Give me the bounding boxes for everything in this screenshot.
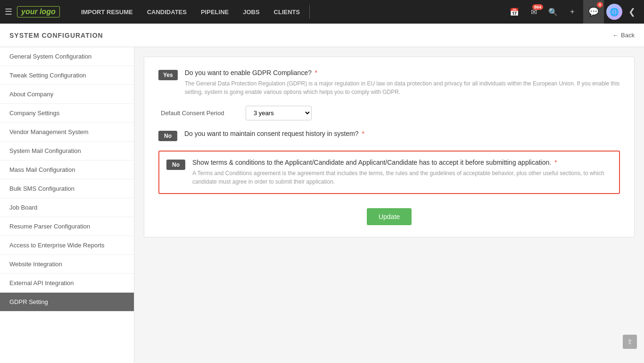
- sidebar-item-tweak-setting-configuration[interactable]: Tweak Setting Configuration: [0, 66, 134, 85]
- gdpr-q3-content: Show terms & conditions to the Applicant…: [192, 159, 612, 186]
- nav-candidates[interactable]: CANDIDATES: [140, 0, 194, 24]
- sidebar-item-mass-mail-configuration[interactable]: Mass Mail Configuration: [0, 160, 134, 179]
- gdpr-toggle-yes[interactable]: Yes: [158, 70, 178, 80]
- avatar[interactable]: 🌐: [606, 4, 622, 20]
- gdpr-q3-required: *: [554, 159, 557, 166]
- sidebar-item-general-system-configuration[interactable]: General System Configuration: [0, 47, 134, 66]
- gdpr-row-2: No Do you want to maintain consent reque…: [158, 130, 620, 141]
- back-arrow-icon: ←: [612, 32, 619, 39]
- gdpr-q1-question: Do you want to enable GDPR Compliance? *: [185, 69, 620, 76]
- logo: your logo: [17, 6, 60, 17]
- hamburger-icon[interactable]: ☰: [5, 7, 12, 17]
- consent-period-label: Default Consent Period: [161, 110, 236, 117]
- search-icon[interactable]: 🔍: [545, 3, 561, 20]
- mail-button[interactable]: ✉ 864: [525, 3, 542, 20]
- sidebar: General System Configuration Tweak Setti…: [0, 47, 134, 363]
- sidebar-item-gdpr-setting[interactable]: GDPR Setting: [0, 293, 134, 312]
- gdpr-toggle-no-history[interactable]: No: [158, 131, 177, 141]
- page-title: SYSTEM CONFIGURATION: [9, 32, 103, 39]
- sidebar-item-job-board[interactable]: Job Board: [0, 198, 134, 217]
- top-navigation: ☰ your logo IMPORT RESUME CANDIDATES PIP…: [0, 0, 644, 24]
- sidebar-item-bulk-sms-configuration[interactable]: Bulk SMS Configuration: [0, 179, 134, 198]
- sidebar-item-access-enterprise-reports[interactable]: Access to Enterprise Wide Reports: [0, 236, 134, 255]
- add-icon[interactable]: +: [564, 3, 581, 20]
- sidebar-item-company-settings[interactable]: Company Settings: [0, 104, 134, 123]
- gdpr-row-1: Yes Do you want to enable GDPR Complianc…: [158, 69, 620, 96]
- nav-import-resume[interactable]: IMPORT RESUME: [74, 0, 140, 24]
- nav-right: 📅 ✉ 864 🔍 + 💬 0 🌐 ❮: [506, 0, 639, 24]
- sidebar-item-vendor-management-system[interactable]: Vendor Management System: [0, 123, 134, 142]
- sidebar-item-system-mail-configuration[interactable]: System Mail Configuration: [0, 142, 134, 160]
- nav-jobs[interactable]: JOBS: [236, 0, 266, 24]
- sidebar-item-about-company[interactable]: About Company: [0, 85, 134, 104]
- gdpr-q1-required: *: [315, 69, 317, 76]
- back-button[interactable]: ← Back: [612, 32, 635, 39]
- nav-divider-1: [309, 5, 310, 19]
- gdpr-q1-description: The General Data Protection Regulation (…: [185, 79, 620, 96]
- content-area: Yes Do you want to enable GDPR Complianc…: [134, 47, 644, 363]
- main-layout: General System Configuration Tweak Setti…: [0, 47, 644, 363]
- chat-badge-count: 0: [597, 2, 603, 8]
- consent-period-select[interactable]: 1 year 2 years 3 years 4 years 5 years: [246, 106, 312, 120]
- gdpr-toggle-no-terms[interactable]: No: [166, 160, 185, 170]
- nav-links: IMPORT RESUME CANDIDATES PIPELINE JOBS C…: [74, 0, 307, 24]
- back-to-top-button[interactable]: ⇧: [623, 335, 637, 349]
- back-label: Back: [621, 32, 635, 39]
- update-btn-container: Update: [158, 203, 620, 225]
- page-header: SYSTEM CONFIGURATION ← Back: [0, 24, 644, 47]
- sidebar-item-resume-parser-configuration[interactable]: Resume Parser Configuration: [0, 217, 134, 236]
- gdpr-q2-required: *: [362, 130, 364, 137]
- gdpr-q2-question: Do you want to maintain consent request …: [184, 130, 364, 137]
- nav-clients[interactable]: CLIENTS: [267, 0, 307, 24]
- nav-pipeline[interactable]: PIPELINE: [194, 0, 236, 24]
- consent-period-row: Default Consent Period 1 year 2 years 3 …: [158, 106, 620, 120]
- calendar-icon[interactable]: 📅: [506, 3, 523, 20]
- gdpr-q3-question: Show terms & conditions to the Applicant…: [192, 159, 612, 166]
- sidebar-item-external-api-integration[interactable]: External API Integration: [0, 274, 134, 293]
- mail-badge-count: 864: [532, 4, 543, 10]
- sidebar-item-website-integration[interactable]: Website Integration: [0, 255, 134, 274]
- gdpr-row-3-bordered: No Show terms & conditions to the Applic…: [158, 151, 620, 194]
- gdpr-q3-description: A Terms and Conditions agreement is the …: [192, 169, 612, 186]
- update-button[interactable]: Update: [367, 208, 412, 225]
- gdpr-q2-content: Do you want to maintain consent request …: [184, 130, 364, 137]
- collapse-arrow-icon[interactable]: ❮: [625, 7, 639, 17]
- gdpr-content-card: Yes Do you want to enable GDPR Complianc…: [144, 57, 635, 237]
- chat-button[interactable]: 💬 0: [583, 0, 604, 24]
- gdpr-q1-content: Do you want to enable GDPR Compliance? *…: [185, 69, 620, 96]
